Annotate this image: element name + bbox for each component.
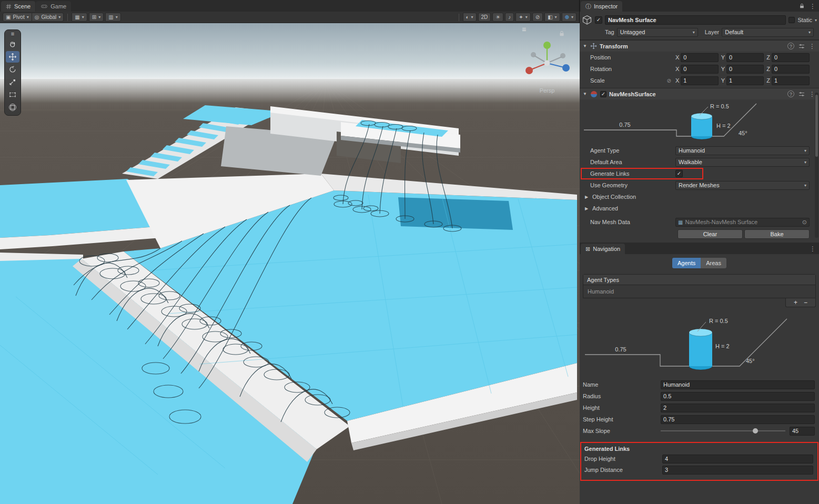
orientation-gizmo[interactable]: Persp [521, 38, 573, 97]
tool-move[interactable] [6, 51, 19, 63]
scale-z-input[interactable] [772, 76, 810, 85]
presets-icon[interactable] [798, 91, 805, 97]
tab-scene[interactable]: Scene [1, 1, 35, 12]
scene-viewport[interactable]: ≡ ≡ [0, 23, 580, 504]
grid-visibility-button[interactable]: ▦ ▾ [72, 13, 87, 22]
use-geometry-row: Use Geometry Render Meshes ▾ [580, 180, 819, 190]
tab-game[interactable]: Game [36, 1, 71, 12]
ruler-icon: ▥ [108, 14, 113, 20]
tab-inspector[interactable]: ⓘ Inspector [581, 1, 622, 12]
transform-component-header[interactable]: ▼ Transform ? ⋮ [580, 40, 819, 52]
viewport-menu-icon[interactable]: ≡ [522, 25, 526, 34]
tool-scale[interactable] [6, 76, 19, 88]
use-geometry-dropdown[interactable]: Render Meshes ▾ [675, 181, 810, 190]
advanced-foldout[interactable]: ▶ Advanced [580, 203, 819, 214]
tool-rotate[interactable] [6, 64, 19, 75]
rotation-z-input[interactable] [772, 65, 810, 74]
toggle-2d-button[interactable]: 2D [478, 13, 491, 22]
help-icon[interactable]: ? [787, 43, 794, 49]
drop-height-input[interactable] [662, 455, 813, 463]
shading-mode-button[interactable]: ◐ ▾ [463, 13, 477, 22]
chevron-down-icon: ▾ [116, 15, 118, 19]
hand-icon [8, 40, 17, 48]
navigation-menu-kebab-icon[interactable]: ⋮ [810, 245, 816, 253]
jump-distance-row: Jump Distance [584, 465, 813, 475]
scene-3d-render [0, 23, 580, 504]
agent-name-input[interactable] [661, 380, 815, 389]
measure-tool-button[interactable]: ▥ ▾ [105, 13, 120, 22]
position-z-input[interactable] [772, 53, 810, 62]
gameobject-name-field[interactable]: NavMesh Surface [605, 15, 786, 25]
presets-icon[interactable] [798, 43, 805, 49]
handle-orientation-button[interactable]: ◎ Global ▾ [32, 13, 64, 22]
snap-settings-button[interactable]: ⊞ ▾ [89, 13, 104, 22]
grid-icon: ▦ [75, 14, 79, 20]
foldout-icon[interactable]: ▼ [582, 44, 588, 48]
object-picker-icon[interactable]: ⊙ [802, 219, 807, 226]
max-slope-row: Max Slope [583, 426, 815, 436]
component-menu-kebab-icon[interactable]: ⋮ [809, 43, 815, 50]
height-input[interactable] [661, 404, 815, 412]
agent-type-item-humanoid[interactable]: Humanoid [583, 285, 815, 298]
tab-navigation[interactable]: ⊠ Navigation [581, 244, 625, 254]
clear-button[interactable]: Clear [678, 229, 743, 239]
help-icon[interactable]: ? [787, 90, 794, 97]
radius-input[interactable] [661, 392, 815, 401]
layer-dropdown[interactable]: Default ▾ [722, 28, 814, 37]
scene-effects-button[interactable]: ✦ ▾ [515, 13, 530, 22]
tag-dropdown[interactable]: Untagged ▾ [617, 28, 698, 37]
navmeshsurface-component-header[interactable]: ▼ ✓ NavMeshSurface ? ⋮ [580, 88, 819, 99]
bake-button[interactable]: Bake [744, 229, 810, 239]
nav-mesh-data-field[interactable]: ▦ NavMesh-NavMesh Surface ⊙ [675, 218, 810, 227]
gizmo-x-axis[interactable] [525, 67, 533, 74]
snap-icon: ⊞ [92, 14, 96, 20]
scene-audio-button[interactable]: ♪ [505, 13, 514, 22]
inspector-lock-icon[interactable] [799, 3, 805, 10]
height-row: Height [583, 402, 815, 413]
gizmo-z-axis[interactable] [562, 64, 570, 72]
tool-rect[interactable] [6, 89, 19, 100]
pivot-mode-button[interactable]: ▣ Pivot ▾ [3, 13, 32, 22]
max-slope-slider-handle[interactable] [753, 428, 758, 434]
max-slope-slider[interactable] [661, 427, 785, 435]
component-enabled-checkbox[interactable]: ✓ [600, 91, 606, 97]
position-x-input[interactable] [681, 53, 718, 62]
agent-type-dropdown[interactable]: Humanoid ▾ [675, 146, 810, 155]
position-y-input[interactable] [726, 53, 764, 62]
tool-hand[interactable] [6, 38, 19, 50]
inspector-menu-kebab-icon[interactable]: ⋮ [810, 3, 816, 10]
gameobject-active-checkbox[interactable]: ✓ [595, 16, 602, 24]
chevron-down-icon: ▾ [571, 15, 573, 19]
tool-transform[interactable] [6, 102, 19, 113]
rotation-y-input[interactable] [726, 65, 764, 74]
foldout-icon[interactable]: ▼ [582, 92, 588, 96]
remove-agent-button[interactable]: − [804, 299, 807, 306]
max-slope-input[interactable] [790, 427, 815, 436]
projection-label[interactable]: Persp [540, 87, 555, 94]
gizmo-y-axis[interactable] [543, 42, 551, 49]
scale-y-input[interactable] [726, 76, 764, 85]
rotation-x-input[interactable] [681, 65, 718, 74]
scale-x-input[interactable] [681, 76, 718, 85]
constrain-proportions-icon[interactable]: ⊘ [667, 78, 671, 84]
jump-distance-input[interactable] [662, 466, 813, 475]
overlay-menu-icon[interactable]: ≡ [11, 31, 14, 38]
object-collection-foldout[interactable]: ▶ Object Collection [580, 191, 819, 202]
inspector-scrollbar[interactable] [815, 93, 818, 238]
areas-tab[interactable]: Areas [701, 258, 726, 268]
scrollbar-thumb[interactable] [815, 95, 818, 157]
scene-lighting-button[interactable]: ☀ [492, 13, 503, 22]
add-agent-button[interactable]: + [794, 299, 797, 306]
step-height-input[interactable] [661, 415, 815, 424]
name-row: Name [583, 379, 815, 390]
static-checkbox[interactable] [788, 17, 795, 23]
agents-tab[interactable]: Agents [672, 258, 701, 268]
gizmos-button[interactable]: ⊕ ▾ [562, 13, 577, 22]
default-area-dropdown[interactable]: Walkable ▾ [675, 158, 810, 167]
hidden-objects-button[interactable]: ⊘ [532, 13, 543, 22]
tools-overlay: ≡ [4, 29, 21, 116]
generated-links-section: Generated Links Drop Height Jump Distanc… [580, 442, 818, 481]
static-flags-dropdown-icon[interactable]: ▾ [815, 18, 817, 23]
generate-links-checkbox[interactable]: ✓ [675, 170, 683, 177]
camera-overlay-button[interactable]: ◧ ▾ [544, 13, 560, 22]
